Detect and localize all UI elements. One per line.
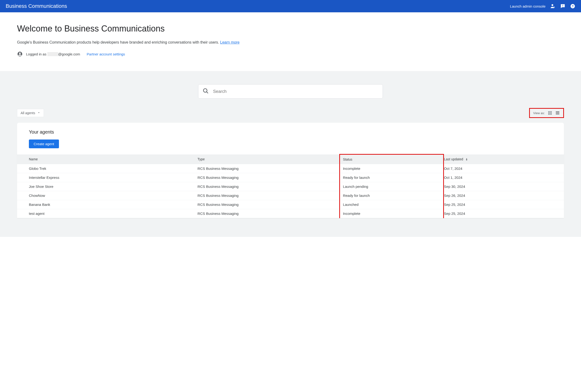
app-header: Business Communications Launch admin con… [0,0,581,12]
cell-status-highlighted: Launched [340,200,444,209]
cell-name: Banana Bank [17,200,197,209]
svg-rect-3 [563,6,563,7]
svg-rect-12 [548,113,550,115]
search-container [0,84,581,98]
agents-card-header: Your agents Create agent [17,123,564,154]
table-row[interactable]: Banana Bank RCS Business Messaging Launc… [17,200,564,209]
svg-point-8 [203,88,207,92]
cell-status-highlighted: Ready for launch [340,173,444,182]
cell-type: RCS Business Messaging [197,164,340,173]
cell-updated: Sep 25, 2024 [444,200,564,209]
svg-rect-14 [556,111,560,112]
cell-status-highlighted: Incomplete [340,209,444,218]
search-icon [203,88,213,95]
logged-in-text: Logged in as xxxxx@google.com [26,52,80,56]
chevron-down-icon [37,111,40,115]
cell-name: Joe Shoe Store [17,182,197,191]
create-agent-button[interactable]: Create agent [29,140,59,148]
view-controls-highlighted: View as: [529,108,564,118]
login-info-row: Logged in as xxxxx@google.com Partner ac… [17,51,564,57]
svg-rect-2 [563,5,563,6]
search-input[interactable] [213,89,378,94]
svg-rect-13 [550,113,552,115]
svg-rect-15 [556,112,560,113]
agents-table-body: Globo Trek RCS Business Messaging Incomp… [17,164,564,218]
col-header-name[interactable]: Name [17,154,197,164]
cell-type: RCS Business Messaging [197,173,340,182]
agents-card-title: Your agents [29,129,552,135]
person-icon [17,51,23,57]
page-subtitle: Google's Business Communication products… [17,40,564,44]
logged-in-domain: @google.com [58,52,80,56]
cell-status-highlighted: Launch pending [340,182,444,191]
sort-descending-icon [465,158,468,161]
learn-more-link[interactable]: Learn more [220,40,240,44]
col-header-status-highlighted[interactable]: Status [340,154,444,164]
cell-name: test agent [17,209,197,218]
cell-type: RCS Business Messaging [197,200,340,209]
cell-updated: Sep 25, 2024 [444,209,564,218]
user-settings-icon[interactable] [550,4,556,9]
cell-updated: Sep 26, 2024 [444,191,564,200]
view-as-label: View as: [533,111,545,115]
logged-in-prefix: Logged in as [26,52,47,56]
agents-section: All agents View as: Your agents Create a… [0,71,581,237]
subtitle-text: Google's Business Communication products… [17,40,220,44]
partner-account-settings-link[interactable]: Partner account settings [87,52,125,56]
svg-rect-10 [548,111,550,113]
col-header-updated[interactable]: Last updated [444,154,564,164]
logged-in-username-masked: xxxxx [47,52,58,56]
header-right: Launch admin console ? [510,4,575,9]
cell-type: RCS Business Messaging [197,182,340,191]
cell-updated: Sep 30, 2024 [444,182,564,191]
feedback-icon[interactable] [560,4,565,9]
help-icon[interactable]: ? [570,4,575,9]
grid-view-icon[interactable] [548,110,552,115]
agents-filter-dropdown[interactable]: All agents [17,109,44,117]
page-title: Welcome to Business Communications [17,24,564,34]
svg-rect-16 [556,114,560,114]
controls-row: All agents View as: [0,108,581,118]
svg-point-0 [552,4,553,6]
table-row[interactable]: Interstellar Express RCS Business Messag… [17,173,564,182]
list-view-icon[interactable] [555,110,560,115]
table-row[interactable]: Globo Trek RCS Business Messaging Incomp… [17,164,564,173]
launch-admin-console-link[interactable]: Launch admin console [510,4,546,8]
cell-name: Interstellar Express [17,173,197,182]
cell-updated: Oct 1, 2024 [444,173,564,182]
agents-card: Your agents Create agent Name Type Statu… [17,123,564,218]
cell-type: RCS Business Messaging [197,209,340,218]
app-title: Business Communications [6,3,67,9]
svg-rect-11 [550,111,552,113]
cell-type: RCS Business Messaging [197,191,340,200]
table-row[interactable]: ChowNow RCS Business Messaging Ready for… [17,191,564,200]
table-row[interactable]: Joe Shoe Store RCS Business Messaging La… [17,182,564,191]
cell-status-highlighted: Incomplete [340,164,444,173]
col-header-type[interactable]: Type [197,154,340,164]
table-header-row: Name Type Status Last updated [17,154,564,164]
search-box[interactable] [198,84,383,98]
svg-text:?: ? [572,4,574,8]
col-header-updated-label: Last updated [444,157,463,161]
cell-updated: Oct 7, 2024 [444,164,564,173]
filter-label: All agents [20,111,35,115]
agents-table: Name Type Status Last updated Globo Trek… [17,154,564,218]
welcome-section: Welcome to Business Communications Googl… [0,12,581,71]
svg-point-7 [19,52,21,54]
cell-status-highlighted: Ready for launch [340,191,444,200]
cell-name: Globo Trek [17,164,197,173]
cell-name: ChowNow [17,191,197,200]
table-row[interactable]: test agent RCS Business Messaging Incomp… [17,209,564,218]
svg-line-9 [206,92,208,93]
